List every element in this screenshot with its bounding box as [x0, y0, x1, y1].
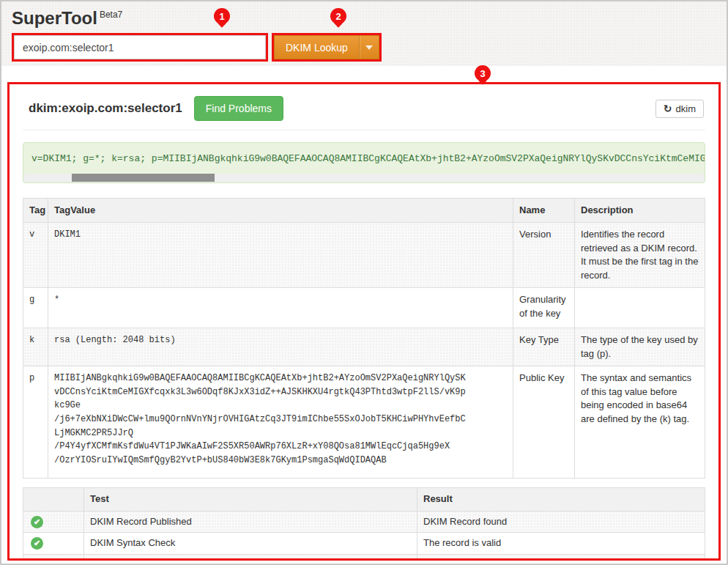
description-cell	[575, 288, 705, 328]
col-header-tagvalue: TagValue	[48, 199, 513, 223]
tag-table: Tag TagValue Name Description v DKIM1 Ve…	[23, 198, 705, 479]
horizontal-scrollbar[interactable]	[24, 174, 704, 182]
name-cell: Granularity of the key	[513, 288, 575, 328]
name-cell: Key Type	[513, 328, 575, 366]
table-row: ✔ DKIM Record Published DKIM Record foun…	[23, 511, 705, 532]
search-row: DKIM Lookup	[12, 33, 716, 62]
table-row: g * Granularity of the key	[23, 288, 705, 328]
name-cell: Public Key	[513, 366, 575, 479]
check-circle-icon: ✔	[31, 559, 43, 561]
dkim-record-text: v=DKIM1; g=*; k=rsa; p=MIIBIjANBgkqhkiG9…	[23, 143, 705, 174]
test-result-table: Test Result ✔ DKIM Record Published DKIM…	[23, 487, 705, 561]
tag-table-header-row: Tag TagValue Name Description	[23, 199, 705, 223]
description-cell: Identifies the record retrieved as a DKI…	[575, 223, 705, 288]
table-row: k rsa (Length: 2048 bits) Key Type The t…	[23, 328, 705, 366]
chevron-down-icon	[365, 45, 373, 50]
test-cell: DKIM Record Published	[84, 511, 417, 532]
check-circle-icon: ✔	[31, 537, 43, 550]
col-header-result: Result	[417, 488, 705, 511]
tag-cell: p	[23, 366, 48, 479]
lookup-dropdown-toggle[interactable]	[359, 36, 379, 59]
col-header-status	[23, 488, 84, 511]
results-panel: dkim:exoip.com:selector1 Find Problems ↻…	[7, 82, 721, 561]
search-section: SuperToolBeta7 DKIM Lookup	[1, 1, 727, 66]
tag-cell: v	[23, 223, 48, 288]
table-row: v DKIM1 Version Identifies the record re…	[23, 223, 705, 288]
result-cell: DKIM Record found	[417, 511, 705, 532]
result-cell: The record is valid	[417, 533, 705, 554]
table-row: ✔ DKIM Public Key Check Public key is pr…	[23, 554, 705, 561]
test-cell: DKIM Public Key Check	[84, 554, 417, 561]
status-cell: ✔	[23, 533, 84, 554]
refresh-dkim-button[interactable]: ↻ dkim	[655, 100, 704, 118]
annotation-marker-3: 3	[475, 65, 491, 81]
domain-selector-input[interactable]	[14, 35, 266, 59]
refresh-button-label: dkim	[676, 103, 696, 114]
lookup-title: dkim:exoip.com:selector1	[29, 101, 182, 116]
annotation-marker-1: 1	[214, 8, 230, 24]
find-problems-button[interactable]: Find Problems	[194, 96, 283, 121]
name-cell: Version	[513, 223, 575, 288]
col-header-name: Name	[513, 199, 575, 223]
status-cell: ✔	[23, 554, 84, 561]
description-cell: The syntax and semantics of this tag val…	[575, 366, 705, 479]
refresh-icon: ↻	[664, 103, 672, 114]
description-cell: The type of the key used by tag (p).	[575, 328, 705, 366]
tagvalue-cell: rsa (Length: 2048 bits)	[48, 328, 513, 366]
tagvalue-cell: DKIM1	[48, 223, 513, 288]
result-cell: Public key is present	[417, 554, 705, 561]
check-circle-icon: ✔	[31, 516, 43, 528]
beta-tag: Beta7	[100, 10, 122, 20]
col-header-description: Description	[575, 199, 705, 223]
col-header-test: Test	[84, 488, 417, 511]
app-title: SuperToolBeta7	[12, 8, 716, 29]
tag-cell: k	[23, 328, 48, 366]
annotation-box-input	[12, 33, 268, 62]
tag-cell: g	[23, 288, 48, 328]
scrollbar-thumb[interactable]	[72, 174, 215, 182]
table-row: p MIIBIjANBgkqhkiG9w0BAQEFAAOCAQ8AMIIBCg…	[23, 366, 705, 479]
status-cell: ✔	[23, 511, 84, 532]
supertool-page: SuperToolBeta7 DKIM Lookup 1 2 3 dkim:ex…	[0, 0, 728, 565]
col-header-tag: Tag	[23, 199, 48, 223]
tagvalue-cell: MIIBIjANBgkqhkiG9w0BAQEFAAOCAQ8AMIIBCgKC…	[48, 366, 513, 479]
dkim-record-block: v=DKIM1; g=*; k=rsa; p=MIIBIjANBgkqhkiG9…	[23, 142, 705, 183]
dkim-lookup-button[interactable]: DKIM Lookup	[275, 36, 359, 59]
app-title-text: SuperTool	[12, 8, 97, 28]
dkim-lookup-split-button: DKIM Lookup	[274, 35, 379, 59]
result-table-header-row: Test Result	[23, 488, 705, 511]
tagvalue-cell: *	[48, 288, 513, 328]
panel-header: dkim:exoip.com:selector1 Find Problems ↻…	[23, 93, 705, 130]
table-row: ✔ DKIM Syntax Check The record is valid	[23, 533, 705, 554]
annotation-box-button: DKIM Lookup	[272, 33, 382, 62]
annotation-marker-2: 2	[330, 8, 346, 24]
test-cell: DKIM Syntax Check	[84, 533, 417, 554]
